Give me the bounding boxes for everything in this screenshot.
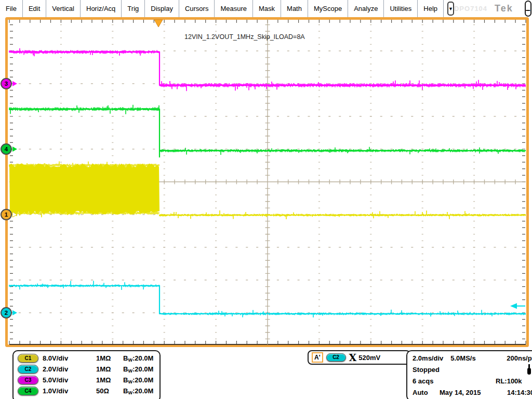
channel-impedance: 1MΩ	[96, 354, 123, 362]
time-value: 14:14:30	[507, 389, 532, 396]
acquisition-readout-panel[interactable]: 2.0ms/div 5.0MS/s 200ns/pt Stopped 6 acq…	[406, 350, 532, 399]
channel-pill-c3[interactable]: C3	[18, 376, 38, 384]
channel-scale: 1.0V/div	[43, 387, 96, 395]
channel-marker-2[interactable]: 2	[1, 308, 17, 318]
channel-impedance: 1MΩ	[96, 365, 123, 373]
channel-bandwidth: BW:20.0M	[123, 387, 153, 395]
thermometer-icon	[527, 364, 531, 375]
channel-pill-c1[interactable]: C1	[18, 354, 38, 363]
svg-text:4: 4	[5, 146, 8, 152]
readout-strip: C18.0V/div1MΩBW:20.0MC22.0V/div1MΩBW:20.…	[0, 348, 532, 399]
channel-pill-c4[interactable]: C4	[18, 387, 38, 395]
oscilloscope-screen: FileEditVerticalHoriz/AcqTrigDisplayCurs…	[0, 0, 532, 399]
channel-row-c3[interactable]: C35.0V/div1MΩBW:20.0M	[14, 375, 159, 385]
resolution-value: 200ns/pt	[507, 354, 532, 362]
waveform-display: 3412 12VIN_1.2VOUT_1MHz_Skip_ILOAD=8A	[0, 0, 532, 399]
trigger-mode-value: Auto	[413, 389, 440, 396]
channel-pill-c2[interactable]: C2	[18, 365, 38, 374]
timebase-value: 2.0ms/div	[413, 354, 443, 362]
trigger-slope-icon: X	[349, 353, 357, 362]
trigger-level-arrow[interactable]	[510, 303, 525, 309]
channel-row-c1[interactable]: C18.0V/div1MΩBW:20.0M	[14, 353, 159, 364]
channel-marker-3[interactable]: 3	[1, 78, 17, 89]
channel-bandwidth: BW:20.0M	[123, 354, 153, 362]
channel-row-c4[interactable]: C41.0V/div50ΩBW:20.0M	[14, 385, 159, 396]
svg-text:1: 1	[5, 211, 8, 218]
channel-impedance: 1MΩ	[96, 376, 123, 384]
svg-text:3: 3	[5, 81, 8, 87]
channel-row-c2[interactable]: C22.0V/div1MΩBW:20.0M	[14, 364, 159, 375]
channel-settings-panel[interactable]: C18.0V/div1MΩBW:20.0MC22.0V/div1MΩBW:20.…	[12, 350, 161, 399]
svg-text:2: 2	[5, 310, 8, 316]
channel-marker-4[interactable]: 4	[1, 144, 17, 154]
channel-scale: 2.0V/div	[43, 365, 96, 373]
record-length-value: RL:100k	[496, 377, 532, 385]
acquisition-count: 6 acqs	[413, 377, 433, 385]
channel-bandwidth: BW:20.0M	[123, 376, 153, 384]
trigger-readout-panel[interactable]: A' C2 X 520mV	[308, 350, 410, 365]
trigger-source-pill: C2	[326, 353, 346, 362]
waveform-annotation: 12VIN_1.2VOUT_1MHz_Skip_ILOAD=8A	[184, 33, 305, 41]
trigger-position-marker[interactable]	[154, 20, 163, 27]
acquisition-status: Stopped	[413, 366, 440, 374]
date-value: May 14, 2015	[440, 389, 507, 396]
channel-scale: 5.0V/div	[43, 376, 96, 384]
trigger-aux-badge: A'	[312, 352, 323, 363]
channel-scale: 8.0V/div	[43, 354, 96, 362]
channel-bandwidth: BW:20.0M	[123, 365, 153, 373]
trigger-level-value: 520mV	[358, 354, 380, 362]
channel-impedance: 50Ω	[96, 387, 123, 395]
sample-rate-value: 5.0MS/s	[450, 354, 475, 362]
